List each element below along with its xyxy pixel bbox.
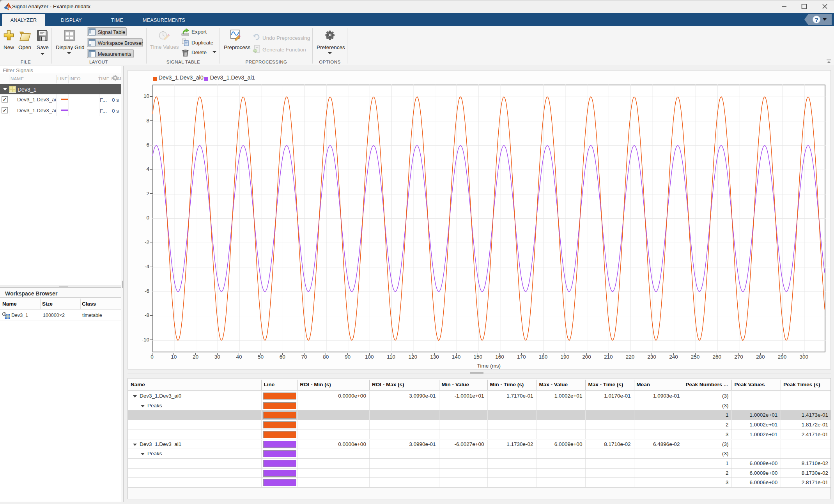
- svg-text:?: ?: [815, 16, 818, 23]
